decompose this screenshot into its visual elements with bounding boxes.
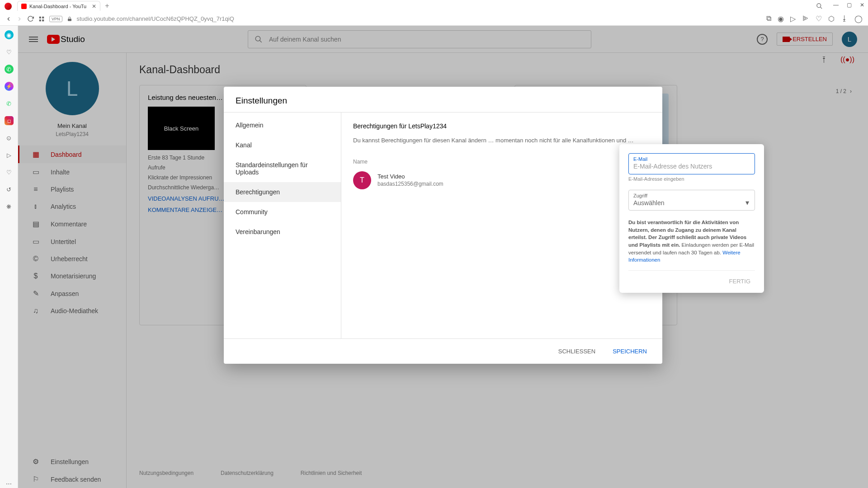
speed-dial-icon[interactable]	[38, 16, 45, 22]
messenger-icon[interactable]: ⚡	[5, 82, 14, 91]
reload-button[interactable]	[27, 15, 34, 22]
heart-icon[interactable]: ♡	[816, 14, 822, 23]
access-select[interactable]: Zugriff Auswählen ▾	[628, 190, 755, 211]
browser-chrome: Kanal-Dashboard - YouTu ✕ + — ▢ ✕ VPN st…	[0, 0, 868, 26]
bookmark-icon[interactable]: ▷	[790, 14, 796, 23]
access-value: Auswählen	[633, 199, 750, 206]
modal-title: Einstellungen	[224, 87, 662, 113]
minimize-button[interactable]: —	[833, 2, 839, 8]
tab-strip: Kanal-Dashboard - YouTu ✕ +	[0, 0, 868, 12]
app-viewport: Studio Auf deinem Kanal suchen ? ERSTELL…	[18, 26, 868, 488]
modal-footer: SCHLIESSEN SPEICHERN	[224, 338, 662, 364]
feed-icon[interactable]: ◉	[5, 30, 14, 39]
svg-point-0	[817, 4, 821, 8]
settings-modal: Einstellungen Allgemein Kanal Standardei…	[224, 87, 662, 364]
svg-rect-4	[39, 19, 41, 21]
download-icon[interactable]: ⭳	[841, 14, 848, 23]
new-tab-button[interactable]: +	[105, 2, 109, 10]
send-icon[interactable]: ⫸	[802, 14, 809, 23]
modal-nav-general[interactable]: Allgemein	[224, 115, 341, 135]
svg-rect-6	[68, 19, 71, 21]
history-icon[interactable]: ↺	[5, 185, 14, 194]
user-email: basdas125356@gmail.com	[377, 181, 443, 187]
modal-overlay[interactable]: Einstellungen Allgemein Kanal Standardei…	[18, 26, 868, 488]
opera-sidebar: ◉ ♡ ✆ ⚡ ✆ ◻ ⊙ ▷ ♡ ↺ ❋ ⋯	[0, 26, 18, 488]
modal-nav-upload-defaults[interactable]: Standardeinstellungen für Uploads	[224, 155, 341, 182]
close-button[interactable]: SCHLIESSEN	[552, 344, 602, 358]
browser-search-icon[interactable]	[816, 3, 823, 9]
tab-close-icon[interactable]: ✕	[92, 3, 96, 9]
youtube-favicon-icon	[21, 4, 27, 9]
bookmark-heart-icon[interactable]: ♡	[5, 47, 14, 56]
modal-nav-community[interactable]: Community	[224, 202, 341, 222]
modal-nav-channel[interactable]: Kanal	[224, 135, 341, 155]
svg-rect-3	[42, 16, 44, 18]
opera-logo-icon	[5, 3, 12, 10]
more-icon[interactable]: ⋯	[5, 479, 14, 488]
lock-icon[interactable]	[67, 16, 72, 22]
modal-nav-agreements[interactable]: Vereinbarungen	[224, 222, 341, 242]
close-window-button[interactable]: ✕	[860, 2, 864, 8]
pin-icon[interactable]: ⊙	[5, 133, 14, 142]
whatsapp-icon[interactable]: ✆	[5, 65, 14, 74]
user-row: T Test Video basdas125356@gmail.com	[353, 171, 651, 189]
chevron-down-icon: ▾	[745, 198, 749, 207]
svg-rect-5	[42, 19, 44, 21]
camera-icon[interactable]: ◉	[778, 14, 784, 23]
invite-popover: E-Mail E-Mail-Adresse eingeben Zugriff A…	[619, 144, 764, 293]
email-label: E-Mail	[633, 156, 750, 162]
play-icon[interactable]: ▷	[5, 150, 14, 160]
email-field-wrapper[interactable]: E-Mail	[628, 153, 755, 174]
modal-nav: Allgemein Kanal Standardeinstellungen fü…	[224, 113, 341, 338]
permissions-description: Du kannst Berechtigungen für diesen Kana…	[353, 136, 651, 145]
back-button[interactable]	[5, 16, 12, 22]
user-avatar: T	[353, 171, 371, 189]
profile-icon[interactable]: ◯	[854, 14, 863, 23]
cube-icon[interactable]: ⬡	[828, 14, 835, 23]
snapshot-icon[interactable]: ⧉	[766, 14, 771, 23]
email-hint: E-Mail-Adresse eingeben	[628, 176, 755, 182]
forward-button[interactable]	[16, 16, 23, 22]
permissions-title: Berechtigungen für LetsPlay1234	[353, 122, 651, 130]
email-input[interactable]	[633, 163, 750, 170]
access-label: Zugriff	[633, 193, 750, 198]
light-icon[interactable]: ❋	[5, 202, 14, 211]
user-name: Test Video	[377, 173, 443, 180]
done-button[interactable]: FERTIG	[725, 275, 755, 287]
instagram-icon[interactable]: ◻	[5, 116, 14, 125]
disclaimer-text: Du bist verantwortlich für die Aktivität…	[628, 219, 755, 264]
address-bar-actions: ⧉ ◉ ▷ ⫸ ♡ ⬡ ⭳ ◯	[766, 14, 863, 23]
svg-rect-2	[39, 16, 41, 18]
heart-sidebar-icon[interactable]: ♡	[5, 168, 14, 177]
url-text[interactable]: studio.youtube.com/channel/UCocN6zQPHQZ_…	[77, 15, 234, 22]
vpn-badge[interactable]: VPN	[49, 16, 62, 22]
modal-nav-permissions[interactable]: Berechtigungen	[224, 182, 341, 202]
browser-tab[interactable]: Kanal-Dashboard - YouTu ✕	[17, 1, 100, 11]
tab-title: Kanal-Dashboard - YouTu	[29, 4, 86, 9]
address-bar: VPN studio.youtube.com/channel/UCocN6zQP…	[0, 12, 868, 26]
modal-content: Berechtigungen für LetsPlay1234 Du kanns…	[341, 113, 662, 338]
svg-line-1	[820, 7, 822, 9]
save-button[interactable]: SPEICHERN	[606, 344, 653, 358]
maximize-button[interactable]: ▢	[847, 2, 852, 8]
whatsapp2-icon[interactable]: ✆	[5, 99, 14, 108]
column-name-header: Name	[353, 159, 651, 165]
window-controls: — ▢ ✕	[833, 2, 864, 8]
